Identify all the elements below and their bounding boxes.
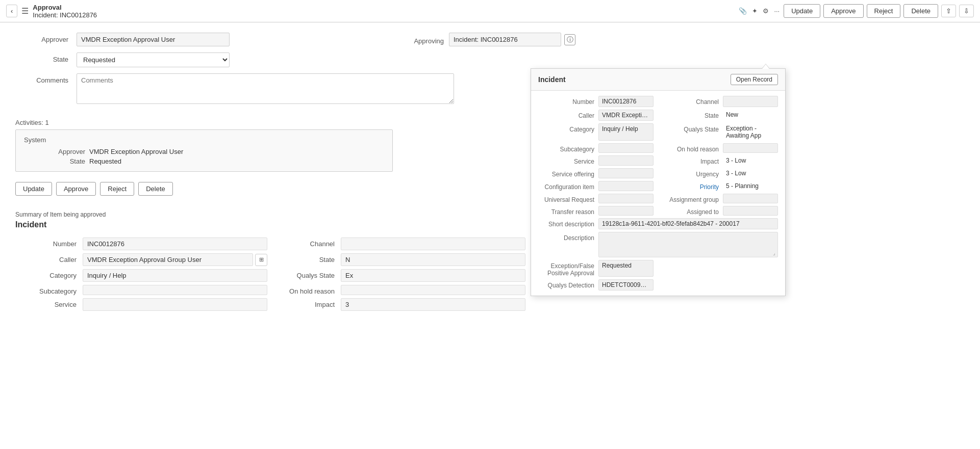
- settings-icon[interactable]: ⚙: [763, 7, 769, 15]
- caller-icon-btn[interactable]: ⊞: [255, 254, 267, 266]
- pg-priority-value: 5 - Planning: [723, 181, 778, 191]
- sum-channel-value: [341, 237, 525, 250]
- sum-state-label: State: [273, 253, 335, 266]
- approve-button-top[interactable]: Approve: [823, 4, 863, 18]
- more-icon[interactable]: ···: [774, 7, 780, 15]
- activity-container: System Approver VMDR Exception Approval …: [15, 129, 393, 172]
- activity-details: Approver VMDR Exception Approval User St…: [24, 148, 384, 165]
- pg-service-offering-value: [598, 168, 654, 178]
- top-bar-icons: 📎 ✦ ⚙ ···: [739, 7, 780, 15]
- paperclip-icon[interactable]: 📎: [739, 7, 747, 15]
- reject-button-top[interactable]: Reject: [867, 4, 901, 18]
- pg-assignment-label: Assignment group: [658, 194, 719, 203]
- top-bar-actions: Update Approve Reject Delete ⇧ ⇩: [784, 4, 974, 18]
- sum-subcategory-label: Subcategory: [15, 285, 77, 295]
- activity-state-val: Requested: [89, 157, 384, 165]
- pg-config-value: [598, 181, 654, 191]
- pg-assigned-label: Assigned to: [658, 206, 719, 216]
- sum-category-label: Category: [15, 269, 77, 282]
- pg-channel-label: Channel: [658, 96, 719, 107]
- approving-section: Approving Incident: INC0012876 ⓘ: [408, 33, 575, 46]
- pg-priority-label[interactable]: Priority: [658, 181, 719, 191]
- activity-approver-val: VMDR Exception Approval User: [89, 148, 384, 155]
- pg-service-label: Service: [538, 155, 594, 166]
- sum-service-label: Service: [15, 298, 77, 311]
- pg-transfer-value: [598, 206, 654, 216]
- pg-state-label: State: [658, 110, 719, 121]
- pg-subcategory-value: [598, 143, 654, 153]
- pg-impact-value: 3 - Low: [723, 155, 778, 166]
- next-button[interactable]: ⇩: [959, 5, 974, 17]
- comments-value: [77, 73, 454, 105]
- pg-short-desc-label: Short description: [538, 218, 594, 229]
- pg-caller-label: Caller: [538, 110, 594, 121]
- activity-box: System Approver VMDR Exception Approval …: [15, 129, 393, 172]
- sum-category-value: Inquiry / Help: [83, 269, 267, 282]
- star-icon[interactable]: ✦: [752, 7, 758, 15]
- update-button-top[interactable]: Update: [784, 4, 820, 18]
- state-label: State: [15, 52, 77, 63]
- activity-approver-key: Approver: [44, 148, 85, 155]
- popup-body: Number INC0012876 Channel Caller VMDR Ex…: [531, 91, 785, 296]
- pg-qualys-detection-value: HDETCT0009977: [598, 279, 654, 290]
- info-button[interactable]: ⓘ: [564, 34, 575, 45]
- approver-value: VMDR Exception Approval User: [77, 33, 230, 46]
- pg-service-value: [598, 155, 654, 166]
- pg-description-value: [598, 232, 778, 257]
- prev-button[interactable]: ⇧: [941, 5, 956, 17]
- pg-service-offering-label: Service offering: [538, 168, 594, 178]
- sum-state-value: N: [341, 253, 525, 266]
- approving-field: Incident: INC0012876: [449, 33, 561, 46]
- pg-transfer-label: Transfer reason: [538, 206, 594, 216]
- pg-qualys-value: Exception - Awaiting App: [723, 123, 778, 141]
- sum-caller-cell: VMDR Exception Approval Group User ⊞: [83, 253, 267, 266]
- sum-subcategory-value: [83, 285, 267, 295]
- back-button[interactable]: ‹: [6, 5, 17, 17]
- pg-assignment-value: [723, 194, 778, 203]
- top-bar-left: ‹ ☰ Approval Incident: INC0012876: [6, 4, 735, 19]
- pg-impact-label: Impact: [658, 155, 719, 166]
- sum-caller-value: VMDR Exception Approval Group User: [83, 253, 253, 266]
- pg-onhold-value: [723, 143, 778, 153]
- pg-assigned-value: [723, 206, 778, 216]
- sum-qualys-value: Ex: [341, 269, 525, 282]
- open-record-button[interactable]: Open Record: [731, 74, 778, 85]
- popup-arrow-inner: [762, 64, 769, 69]
- approving-label: Approving: [408, 34, 449, 45]
- state-select[interactable]: Requested Approved Rejected: [77, 52, 230, 67]
- approver-field: VMDR Exception Approval User: [77, 33, 230, 46]
- comments-textarea[interactable]: [77, 73, 454, 104]
- main-content: Approver VMDR Exception Approval User Ap…: [0, 22, 980, 449]
- approver-label: Approver: [15, 33, 77, 43]
- summary-title: Incident: [15, 220, 965, 229]
- page-title-line1: Approval: [33, 4, 97, 11]
- pg-number-label: Number: [538, 96, 594, 107]
- sum-number-label: Number: [15, 237, 77, 250]
- approve-button-bottom[interactable]: Approve: [56, 182, 96, 196]
- pg-category-value: Inquiry / Help: [598, 123, 654, 141]
- pg-description-label: Description: [538, 232, 594, 257]
- hamburger-icon[interactable]: ☰: [21, 6, 29, 16]
- pg-onhold-label: On hold reason: [658, 143, 719, 153]
- form-buttons: Update Approve Reject Delete: [15, 182, 965, 196]
- pg-channel-value: [723, 96, 778, 107]
- pg-universal-label: Universal Request: [538, 194, 594, 203]
- popup-title: Incident: [538, 75, 566, 84]
- activities-label: Activities: 1: [15, 116, 49, 126]
- reject-button-bottom[interactable]: Reject: [100, 182, 134, 196]
- approver-row: Approver VMDR Exception Approval User Ap…: [15, 33, 965, 46]
- page-title-line2: Incident: INC0012876: [33, 11, 97, 19]
- form-area: Approver VMDR Exception Approval User Ap…: [0, 22, 980, 449]
- pg-exception-label: Exception/False Positive Approval: [538, 260, 594, 277]
- delete-button-bottom[interactable]: Delete: [138, 182, 173, 196]
- pg-exception-value: Requested: [598, 260, 654, 277]
- pg-urgency-label: Urgency: [658, 168, 719, 178]
- sum-onhold-label: On hold reason: [273, 285, 335, 295]
- pg-subcategory-label: Subcategory: [538, 143, 594, 153]
- popup-overlay: Incident Open Record Number INC0012876 C…: [531, 68, 786, 296]
- summary-section: Summary of Item being approved Incident …: [15, 211, 965, 311]
- pg-qualys-detection-label: Qualys Detection: [538, 279, 594, 290]
- activity-system: System: [24, 136, 384, 144]
- delete-button-top[interactable]: Delete: [903, 4, 938, 18]
- update-button-bottom[interactable]: Update: [15, 182, 52, 196]
